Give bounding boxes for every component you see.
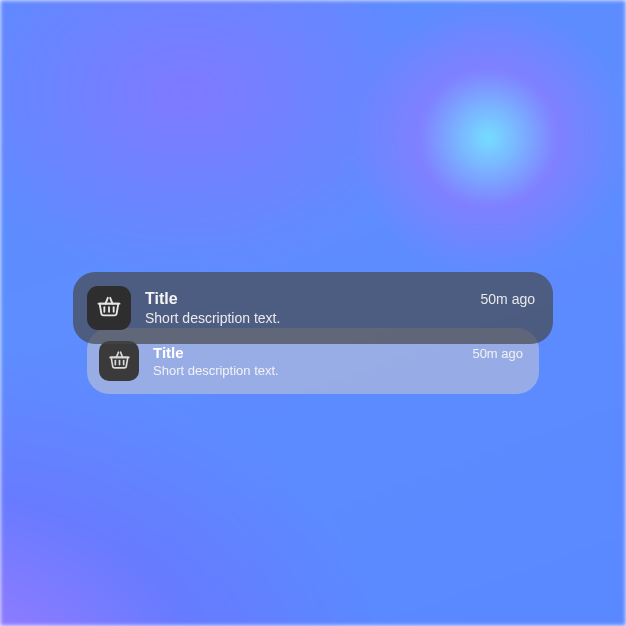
notification-description: Short description text. [145, 310, 535, 326]
notification-title: Title [145, 290, 178, 308]
shopping-basket-icon [95, 292, 123, 324]
notification-text: Title 50m ago Short description text. [153, 344, 523, 378]
notification-time: 50m ago [472, 346, 523, 361]
notification-text: Title 50m ago Short description text. [145, 290, 535, 326]
app-icon [87, 286, 131, 330]
shopping-basket-icon [107, 347, 132, 376]
notification-title: Title [153, 344, 184, 361]
notification-time: 50m ago [481, 291, 535, 307]
app-icon [99, 341, 139, 381]
notification-description: Short description text. [153, 363, 523, 378]
notification-card[interactable]: Title 50m ago Short description text. [73, 272, 553, 344]
